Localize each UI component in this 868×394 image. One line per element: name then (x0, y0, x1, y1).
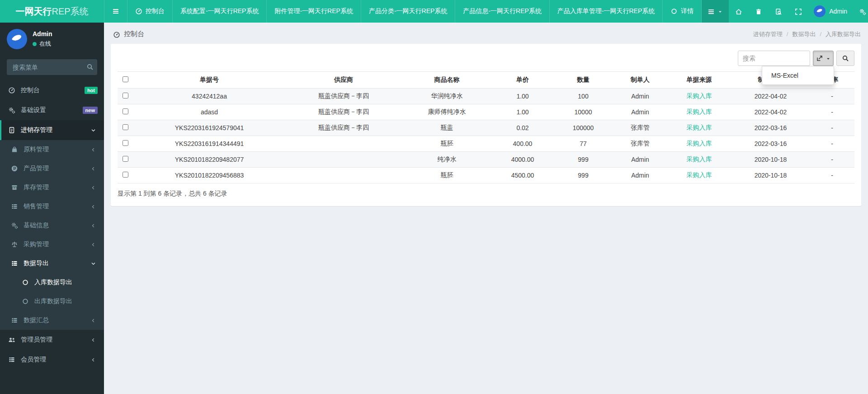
breadcrumb-item[interactable]: 进销存管理 (753, 30, 783, 38)
search-icon[interactable] (86, 63, 94, 70)
submenu-数据导出: 入库数据导出出库数据导出 (0, 273, 104, 311)
sidebar-item-label: 管理员管理 (21, 336, 52, 344)
row-checkbox[interactable] (123, 108, 128, 114)
table-search-input[interactable] (738, 51, 810, 66)
cell-单据来源: 采购入库 (667, 104, 731, 120)
column-header-单价[interactable]: 单价 (492, 72, 553, 89)
cell-单据号: adasd (133, 104, 286, 120)
cell-单据号: YKS2010182209456883 (133, 168, 286, 183)
nav-tab-2[interactable]: 系统配置-一网天行REP系统 (173, 0, 267, 23)
th-list-icon (10, 317, 19, 324)
sidebar-item-label: 原料管理 (24, 145, 49, 154)
nav-tab-label: 产品信息-一网天行REP系统 (463, 7, 541, 15)
table-search-button[interactable] (836, 51, 854, 66)
sidebar-item-label: 基础设置 (21, 106, 46, 114)
row-select-cell (118, 168, 133, 183)
sidebar-item-label: 库存管理 (24, 183, 49, 192)
trash-button[interactable] (749, 0, 769, 23)
brand-light: REP系统 (52, 5, 88, 18)
breadcrumb-item[interactable]: 入库数据导出 (826, 30, 861, 38)
column-header-单据来源[interactable]: 单据来源 (667, 72, 731, 89)
row-select-cell (118, 89, 133, 104)
sidebar-item-销售管理[interactable]: 销售管理 (0, 197, 104, 216)
row-select-cell (118, 152, 133, 168)
user-menu[interactable]: Admin (808, 0, 853, 23)
cell-制单人: Admin (613, 168, 667, 183)
sidebar-item-控制台[interactable]: 控制台hot (0, 80, 104, 100)
sidebar-item-数据导出[interactable]: 数据导出 (0, 254, 104, 273)
cell-税率: - (810, 152, 854, 168)
sidebar-item-库存管理[interactable]: 库存管理 (0, 178, 104, 197)
row-checkbox[interactable] (123, 140, 128, 146)
sidebar-item-基础信息[interactable]: 基础信息 (0, 216, 104, 235)
cell-制单时间: 2022-03-16 (731, 136, 810, 152)
cell-税率: - (810, 136, 854, 152)
sidebar-item-入库数据导出[interactable]: 入库数据导出 (0, 273, 104, 292)
table-row: YKS2010182209456883瓶胚4500.00999Admin采购入库… (118, 168, 854, 183)
sidebar-item-数据汇总[interactable]: 数据汇总 (0, 311, 104, 330)
cell-数量: 100000 (553, 120, 613, 136)
cell-单据来源: 采购入库 (667, 168, 731, 183)
column-header-供应商[interactable]: 供应商 (286, 72, 401, 89)
row-checkbox[interactable] (123, 93, 128, 98)
sidebar-search-input[interactable] (7, 59, 97, 75)
table-toolbar (118, 51, 854, 66)
table-header-row: 单据号供应商商品名称单价数量制单人单据来源制单时间税率 (118, 72, 854, 89)
sidebar-toggle-button[interactable] (104, 0, 127, 23)
sidebar-item-出库数据导出[interactable]: 出库数据导出 (0, 292, 104, 311)
sidebar-menu: 控制台hot基础设置new进销存管理原料管理产品管理库存管理销售管理基础信息采购… (0, 80, 104, 370)
app-logo[interactable]: 一网天行REP系统 (0, 0, 104, 23)
nav-tab-7[interactable]: 详情 (663, 0, 702, 23)
th-list-icon (7, 356, 16, 363)
chevron-left-icon (89, 223, 98, 228)
cell-单据号: YKS2010182209482077 (133, 152, 286, 168)
th-list-icon (10, 260, 19, 267)
column-header-数量[interactable]: 数量 (553, 72, 613, 89)
trash-icon (755, 7, 762, 15)
main-content: 控制台 进销存管理/数据导出/入库数据导出 单据号供应商商品名称单价数量制单人单… (104, 23, 868, 394)
home-button[interactable] (729, 0, 749, 23)
settings-button[interactable] (853, 0, 868, 23)
user-avatar[interactable] (7, 29, 27, 49)
tabs-list-dropdown[interactable] (702, 0, 729, 23)
records-summary: 显示第 1 到第 6 条记录，总共 6 条记录 (118, 190, 854, 198)
column-header-商品名称[interactable]: 商品名称 (401, 72, 492, 89)
refresh-log-button[interactable] (769, 0, 788, 23)
select-all-checkbox[interactable] (123, 76, 128, 82)
chevron-left-icon (89, 338, 98, 342)
sidebar-item-基础设置[interactable]: 基础设置new (0, 100, 104, 120)
circle-o-icon (21, 298, 30, 305)
row-select-cell (118, 136, 133, 152)
cell-单据来源: 采购入库 (667, 120, 731, 136)
caret-down-icon (717, 8, 723, 15)
sidebar-item-原料管理[interactable]: 原料管理 (0, 140, 104, 159)
nav-tab-5[interactable]: 产品信息-一网天行REP系统 (455, 0, 549, 23)
column-header-单据号[interactable]: 单据号 (133, 72, 286, 89)
cell-税率: - (810, 104, 854, 120)
nav-tab-1[interactable]: 控制台 (127, 0, 173, 23)
caret-down-icon (826, 55, 831, 62)
row-checkbox[interactable] (123, 156, 128, 162)
row-checkbox[interactable] (123, 124, 128, 130)
fullscreen-button[interactable] (788, 0, 808, 23)
page-title: 控制台 (113, 30, 144, 38)
nav-tab-6[interactable]: 产品入库单管理-一网天行REP系统 (550, 0, 663, 23)
nav-tab-3[interactable]: 附件管理-一网天行REP系统 (267, 0, 361, 23)
export-menu-item-ms-excel[interactable]: MS-Excel (762, 69, 834, 82)
sidebar-item-产品管理[interactable]: 产品管理 (0, 159, 104, 178)
sidebar-item-会员管理[interactable]: 会员管理 (0, 350, 104, 370)
cell-单价: 4500.00 (492, 168, 553, 183)
sidebar-item-管理员管理[interactable]: 管理员管理 (0, 330, 104, 350)
row-checkbox[interactable] (123, 172, 128, 178)
chevron-left-icon (89, 204, 98, 209)
export-button[interactable] (813, 51, 834, 66)
sidebar-item-进销存管理[interactable]: 进销存管理 (0, 120, 104, 140)
sidebar-item-label: 数据导出 (24, 259, 49, 267)
balance-icon (10, 241, 19, 248)
cell-单据号: YKS2203161914344491 (133, 136, 286, 152)
breadcrumb-item[interactable]: 数据导出 (792, 30, 816, 38)
nav-tab-4[interactable]: 产品分类-一网天行REP系统 (361, 0, 455, 23)
column-header-制单人[interactable]: 制单人 (613, 72, 667, 89)
sidebar-item-采购管理[interactable]: 采购管理 (0, 235, 104, 254)
cell-供应商 (286, 168, 401, 183)
